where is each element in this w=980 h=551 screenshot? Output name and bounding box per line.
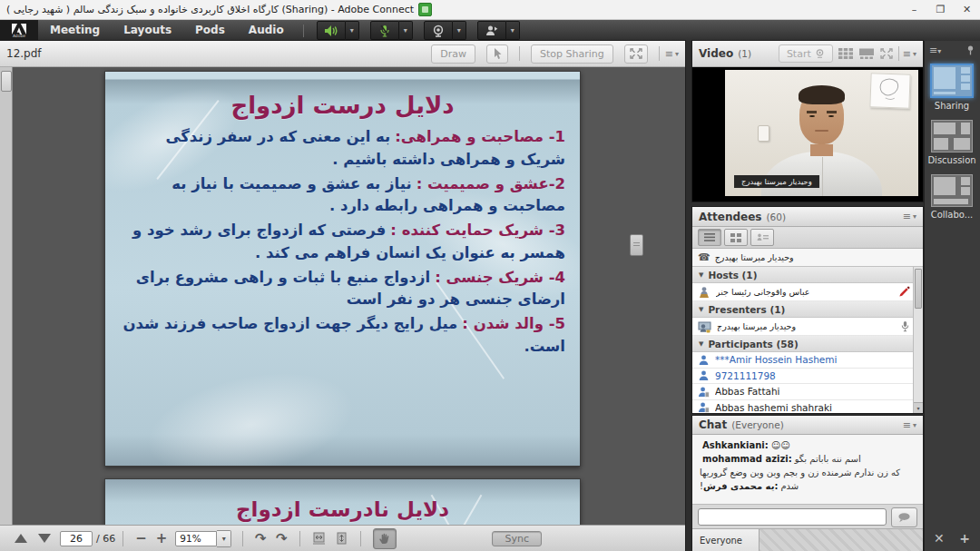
red-pencil-icon bbox=[898, 286, 910, 298]
status-view-icon bbox=[757, 233, 769, 242]
status-button[interactable] bbox=[477, 21, 506, 40]
layout-collaboration-thumbnail[interactable] bbox=[931, 174, 973, 207]
slide-bullet-5: 5- والد شدن :میل رایج دیگر جهت ازدواج صا… bbox=[116, 313, 565, 359]
attendee-list-view-button[interactable] bbox=[698, 229, 721, 246]
participant-row[interactable]: Abbas Fattahi bbox=[692, 384, 923, 400]
attendee-status-view-button[interactable] bbox=[750, 229, 774, 246]
zoom-out-button[interactable]: − bbox=[135, 532, 147, 546]
layout-discussion-label[interactable]: Discussion bbox=[924, 155, 980, 165]
maximize-button[interactable]: ❐ bbox=[927, 0, 954, 20]
scrollbar-thumb[interactable] bbox=[1, 71, 12, 92]
minimize-button[interactable]: – bbox=[901, 0, 927, 20]
layout-sidebar: ≡▾ Sharing Discussion Colla bbox=[924, 41, 980, 551]
zoom-level-select[interactable]: 91% ▾ bbox=[175, 530, 231, 547]
fullscreen-button[interactable] bbox=[624, 44, 648, 64]
next-page-button[interactable] bbox=[38, 534, 51, 543]
fit-width-button[interactable] bbox=[312, 532, 326, 545]
document-toolbar: 26 / 66 − + 91% ▾ ↶ ↷ bbox=[0, 525, 685, 551]
participant-row[interactable]: Abbas hashemi shahraki bbox=[692, 400, 923, 417]
chat-message: Ashkankiani:☺☺ bbox=[700, 438, 916, 452]
filmstrip-view-button[interactable] bbox=[858, 48, 875, 59]
host-row[interactable]: عباس واقوجانی رئیسا جنر bbox=[692, 283, 923, 301]
active-speaker-name: وحیدیار میرستا بهیدرج bbox=[715, 252, 794, 262]
chat-input[interactable] bbox=[698, 508, 887, 526]
attendees-pod-header: Attendees (60) ≡ ▾ bbox=[692, 207, 923, 227]
close-button[interactable]: ✕ bbox=[954, 0, 980, 20]
menu-audio[interactable]: Audio bbox=[237, 20, 296, 41]
presenter-icon bbox=[698, 320, 711, 333]
menu-pods[interactable]: Pods bbox=[183, 20, 237, 41]
attendees-scrollbar[interactable]: ▾ bbox=[913, 267, 923, 413]
share-left-scrollbar[interactable] bbox=[0, 67, 13, 525]
layout-menu-button[interactable]: ≡▾ bbox=[929, 44, 941, 56]
pan-tool-button[interactable] bbox=[373, 528, 397, 549]
chat-sender-name: mohammad azizi: bbox=[702, 454, 792, 464]
scrollbar-thumb[interactable] bbox=[915, 269, 922, 309]
previous-page-button[interactable] bbox=[15, 534, 27, 543]
fit-page-button[interactable] bbox=[335, 532, 348, 545]
tab-everyone[interactable]: Everyone bbox=[692, 529, 760, 551]
layout-sharing-label[interactable]: Sharing bbox=[924, 101, 980, 111]
sync-button[interactable]: Sync bbox=[492, 531, 542, 546]
participant-row[interactable]: ***Amir Hossein Hashemi bbox=[692, 352, 923, 369]
microphone-dropdown[interactable]: ▾ bbox=[399, 21, 413, 40]
layout-sharing-thumbnail[interactable] bbox=[930, 64, 974, 98]
chat-pod-title: Chat bbox=[699, 418, 727, 431]
zoom-dropdown-icon[interactable]: ▾ bbox=[217, 530, 231, 547]
microphone-button[interactable] bbox=[370, 21, 399, 40]
share-right-scrollbar-thumb[interactable] bbox=[630, 234, 643, 256]
participants-group-header[interactable]: ▼ Participants (58) bbox=[692, 336, 923, 352]
rotate-right-button[interactable]: ↷ bbox=[276, 532, 288, 546]
pointer-tool-button[interactable] bbox=[486, 44, 508, 64]
attendees-count: (60) bbox=[766, 212, 786, 222]
close-layout-bar-button[interactable]: ✕ bbox=[934, 531, 945, 546]
menu-meeting[interactable]: Meeting bbox=[38, 20, 112, 41]
presenter-row[interactable]: وحیدیار میرستا بهیدرج bbox=[692, 318, 923, 336]
video-fullscreen-button[interactable] bbox=[880, 48, 893, 59]
scrollbar-down-arrow[interactable]: ▾ bbox=[914, 402, 923, 413]
fullscreen-icon bbox=[630, 48, 642, 59]
chat-scope: (Everyone) bbox=[731, 419, 784, 430]
share-content-area: دلایل درست ازدواج 1- مصاحبت و همراهی:به … bbox=[0, 67, 685, 525]
mic-small-icon bbox=[900, 320, 910, 332]
pin-icon[interactable] bbox=[966, 45, 975, 55]
share-pod-options-menu[interactable]: ≡ ▾ bbox=[665, 48, 679, 60]
presenters-group-header[interactable]: ▼ Presenters (1) bbox=[692, 301, 923, 318]
layout-collaboration-label[interactable]: Collabo... bbox=[924, 210, 980, 220]
status-control: ▾ bbox=[477, 21, 520, 40]
pod-menu-icon: ≡ bbox=[665, 48, 673, 60]
attendee-grid-view-button[interactable] bbox=[724, 229, 748, 246]
add-layout-button[interactable]: + bbox=[959, 531, 970, 546]
video-pod-options-menu[interactable]: ≡ ▾ bbox=[903, 48, 916, 60]
draw-button[interactable]: Draw bbox=[431, 44, 475, 64]
participant-mobile-icon bbox=[698, 386, 710, 398]
speaker-button[interactable] bbox=[317, 21, 346, 40]
page-number-input[interactable]: 26 bbox=[60, 531, 93, 546]
zoom-in-button[interactable]: + bbox=[156, 532, 168, 546]
speaker-dropdown[interactable]: ▾ bbox=[346, 21, 359, 40]
status-dropdown[interactable]: ▾ bbox=[506, 21, 520, 40]
grid-view-button[interactable] bbox=[838, 48, 853, 59]
webcam-button[interactable] bbox=[424, 21, 453, 40]
layout-sidebar-bottom: ✕ + bbox=[924, 531, 980, 546]
attendees-pod-options-menu[interactable]: ≡ ▾ bbox=[903, 211, 916, 222]
webcam-dropdown[interactable]: ▾ bbox=[453, 21, 466, 40]
rotate-left-button[interactable]: ↶ bbox=[255, 532, 267, 546]
active-speaker-phone-icon: ☎ bbox=[698, 251, 710, 263]
collapse-icon: ▼ bbox=[699, 271, 703, 279]
slide-title: دلایل درست ازدواج bbox=[105, 92, 580, 119]
stop-sharing-button[interactable]: Stop Sharing bbox=[531, 44, 613, 64]
adobe-connect-window: كارگاه اخلاق كاربردی خانواده و سبک زندگی… bbox=[0, 0, 980, 551]
participant-name: Abbas hashemi shahraki bbox=[715, 402, 832, 413]
video-content-area: وحیدیار میرستا بهیدرج bbox=[692, 67, 923, 202]
send-message-button[interactable] bbox=[891, 507, 917, 527]
chat-message-text: ☺☺ bbox=[771, 440, 790, 450]
participant-row[interactable]: 9721111798 bbox=[692, 369, 923, 385]
menu-layouts[interactable]: Layouts bbox=[112, 20, 183, 41]
start-webcam-button[interactable]: Start bbox=[779, 44, 833, 63]
titlebar: كارگاه اخلاق كاربردی خانواده و سبک زندگی… bbox=[0, 0, 980, 20]
hosts-group-header[interactable]: ▼ Hosts (1) bbox=[692, 267, 923, 283]
chat-pod-options-menu[interactable]: ≡ ▾ bbox=[903, 419, 916, 431]
layout-sidebar-top: ≡▾ bbox=[924, 41, 980, 56]
layout-discussion-thumbnail[interactable] bbox=[931, 120, 973, 153]
